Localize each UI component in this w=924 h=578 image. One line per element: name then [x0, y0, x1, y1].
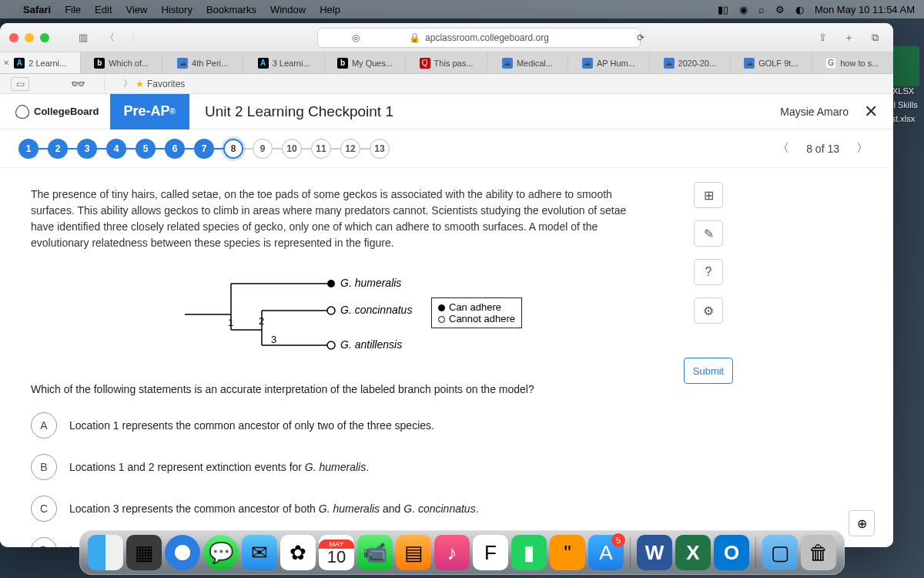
- browser-tab[interactable]: 2020-20...: [650, 52, 731, 73]
- browser-tab[interactable]: GOLF 9t...: [731, 52, 812, 73]
- passage-text: The presence of tiny hairs, called setae…: [31, 187, 647, 251]
- sidebar-toggle-icon[interactable]: ▥: [74, 30, 92, 45]
- close-assessment-button[interactable]: ✕: [864, 102, 878, 122]
- dock-trash[interactable]: 🗑: [801, 535, 836, 570]
- dock-photos[interactable]: ✿: [280, 535, 316, 570]
- browser-tab[interactable]: Medical...: [487, 52, 568, 73]
- answer-text: Location 1 represents the common ancesto…: [69, 419, 434, 432]
- menu-help[interactable]: Help: [320, 4, 340, 15]
- zoom-icon[interactable]: ⊕: [849, 510, 875, 536]
- dock-appstore[interactable]: A5: [588, 535, 624, 570]
- favorites-bar: ▭ 👓 〉 ★ Favorites: [0, 74, 893, 94]
- question-pills: 1 2 3 4 5 6 7 8 9 10 11 12 13: [18, 139, 390, 159]
- question-pill[interactable]: 7: [194, 139, 214, 159]
- question-pill-current[interactable]: 8: [223, 139, 243, 159]
- close-tab-icon[interactable]: ✕: [3, 59, 9, 67]
- question-pill[interactable]: 10: [282, 139, 302, 159]
- user-name[interactable]: Maysie Amaro: [780, 106, 849, 118]
- answer-list: A Location 1 represents the common ances…: [31, 412, 647, 547]
- close-window-button[interactable]: [9, 33, 18, 42]
- menu-window[interactable]: Window: [270, 4, 306, 15]
- glasses-icon[interactable]: 👓: [71, 77, 85, 91]
- prev-question-button[interactable]: 〈: [771, 137, 795, 160]
- answer-letter: C: [31, 496, 57, 522]
- browser-tab[interactable]: bWhich of...: [81, 52, 162, 73]
- menu-edit[interactable]: Edit: [95, 4, 112, 15]
- answer-letter: B: [31, 454, 57, 480]
- calculator-icon[interactable]: ⊞: [694, 182, 723, 208]
- minimize-window-button[interactable]: [25, 33, 34, 42]
- highlight-icon[interactable]: ✎: [694, 220, 723, 247]
- dock-safari[interactable]: [165, 535, 200, 570]
- dock-excel[interactable]: X: [675, 535, 711, 570]
- browser-tab[interactable]: bMy Ques...: [325, 52, 406, 73]
- menu-bookmarks[interactable]: Bookmarks: [206, 4, 256, 15]
- answer-option[interactable]: A Location 1 represents the common ances…: [31, 412, 647, 439]
- question-pill[interactable]: 9: [253, 139, 273, 159]
- forward-button[interactable]: 〉: [126, 30, 145, 45]
- menu-file[interactable]: File: [65, 4, 81, 15]
- submit-button[interactable]: Submit: [684, 358, 733, 384]
- page-title: Unit 2 Learning Checkpoint 1: [205, 103, 393, 120]
- new-tab-icon[interactable]: ＋: [839, 30, 858, 45]
- tabs-icon[interactable]: ⧉: [865, 30, 884, 45]
- dock: ▦ 💬 ✉ ✿ MAY 10 📹 ▤ ♪ F ▮ " A5 W X O ▢ 🗑: [79, 530, 845, 575]
- favorites-label: Favorites: [147, 79, 185, 89]
- dock-messages[interactable]: 💬: [203, 535, 239, 570]
- favorites-folder[interactable]: 〉 ★ Favorites: [123, 77, 185, 90]
- question-pill[interactable]: 3: [77, 139, 97, 159]
- taxon-label: G. humeralis: [340, 277, 401, 289]
- question-pill[interactable]: 12: [340, 139, 360, 159]
- dock-facetime[interactable]: 📹: [357, 535, 393, 570]
- dock-pages[interactable]: ": [550, 535, 585, 570]
- dock-mail[interactable]: ✉: [242, 535, 277, 570]
- question-pill[interactable]: 4: [106, 139, 126, 159]
- dock-numbers[interactable]: ▮: [511, 535, 547, 570]
- reload-icon[interactable]: ⟳: [637, 32, 644, 43]
- menu-view[interactable]: View: [126, 4, 148, 15]
- question-pill[interactable]: 13: [370, 139, 390, 159]
- collegeboard-logo[interactable]: CollegeBoard: [15, 105, 99, 119]
- wifi-icon[interactable]: ◉: [739, 4, 748, 15]
- app-menu[interactable]: Safari: [23, 4, 51, 15]
- next-question-button[interactable]: 〉: [850, 137, 875, 160]
- fullscreen-window-button[interactable]: [40, 33, 49, 42]
- book-icon[interactable]: ▭: [11, 77, 29, 91]
- browser-tab[interactable]: QThis pas...: [406, 52, 487, 73]
- dock-launchpad[interactable]: ▦: [126, 535, 162, 570]
- dock-fontbook[interactable]: F: [473, 535, 508, 570]
- settings-icon[interactable]: ⚙: [694, 297, 723, 324]
- dock-app[interactable]: ▤: [396, 535, 431, 570]
- dock-calendar[interactable]: MAY 10: [319, 535, 354, 570]
- share-icon[interactable]: ⇧: [813, 30, 832, 45]
- question-pill[interactable]: 6: [165, 139, 185, 159]
- question-pill[interactable]: 2: [48, 139, 68, 159]
- dock-outlook[interactable]: O: [714, 535, 749, 570]
- window-controls: [9, 33, 49, 42]
- battery-icon[interactable]: ▮▯: [718, 4, 728, 15]
- control-center-icon[interactable]: ⚙: [775, 4, 785, 15]
- siri-icon[interactable]: ◐: [795, 4, 804, 15]
- question-pill[interactable]: 1: [18, 139, 38, 159]
- answer-text: Location 3 represents the common ancesto…: [69, 502, 479, 515]
- question-pill[interactable]: 11: [311, 139, 331, 159]
- back-button[interactable]: 〈: [100, 30, 119, 45]
- answer-option[interactable]: C Location 3 represents the common ances…: [31, 496, 647, 522]
- search-icon[interactable]: ⌕: [758, 4, 765, 15]
- dock-downloads[interactable]: ▢: [762, 535, 798, 570]
- badge: 5: [611, 533, 625, 547]
- question-pill[interactable]: 5: [136, 139, 156, 159]
- browser-tab[interactable]: A3 Learni...: [243, 52, 324, 73]
- dock-word[interactable]: W: [637, 535, 672, 570]
- dock-music[interactable]: ♪: [434, 535, 470, 570]
- browser-tab[interactable]: 4th Peri...: [162, 52, 243, 73]
- answer-option[interactable]: B Locations 1 and 2 represent extinction…: [31, 454, 647, 480]
- address-bar[interactable]: ◎ 🔒 apclassroom.collegeboard.org ⟳: [317, 28, 641, 48]
- browser-tab[interactable]: Ghow to s...: [812, 52, 893, 73]
- menu-history[interactable]: History: [161, 4, 192, 15]
- clock[interactable]: Mon May 10 11:54 AM: [815, 4, 915, 15]
- help-icon[interactable]: ?: [694, 259, 723, 285]
- browser-tab[interactable]: AP Hum...: [568, 52, 649, 73]
- dock-finder[interactable]: [88, 535, 123, 570]
- browser-tab[interactable]: ✕A2 Learni...: [0, 52, 81, 73]
